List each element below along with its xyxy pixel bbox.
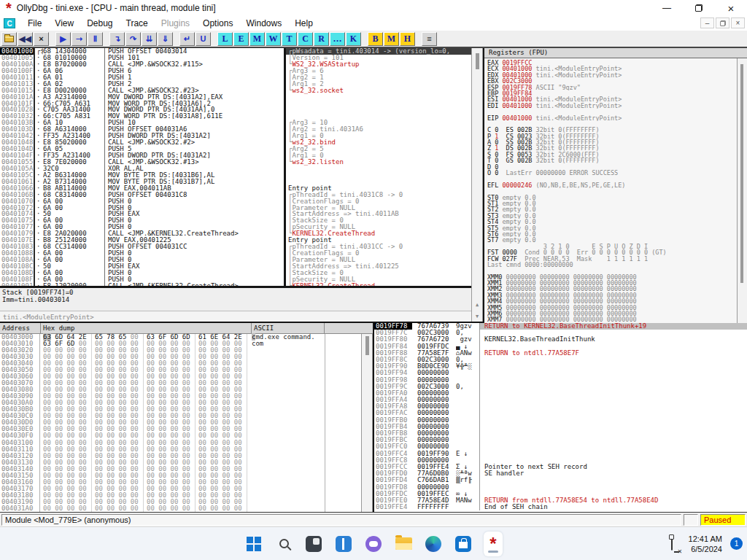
disasm-row[interactable]: 00401042·FF35 A231400PUSH DWORD PTR DS:[… [0, 133, 284, 139]
comment-row[interactable]: │Parameter = NULL [286, 257, 471, 263]
hex-dump-pane[interactable]: Address Hex dump ASCII 0040300063 6D 64 … [0, 323, 373, 512]
search-icon[interactable] [274, 534, 293, 553]
disasm-row[interactable]: 00401028·C705 AA31400MOV DWORD PTR DS:[4… [0, 106, 284, 113]
register-line[interactable]: XMM0 00000000 00000000 00000000 00000000 [487, 274, 747, 280]
disasm-row[interactable]: 00401074·50PUSH EAX [0, 211, 284, 217]
dump-header-address[interactable]: Address [0, 323, 41, 333]
register-line[interactable]: EFL 00000246 (NO,NB,E,BE,NS,PE,GE,LE) [487, 182, 747, 188]
disasm-row[interactable]: 00401005·68 01010000PUSH 101 [0, 55, 284, 61]
disasm-row[interactable]: 0040105A·32C0XOR AL,AL [0, 166, 284, 172]
comment-row[interactable]: │Arg2 = 1 [286, 74, 471, 81]
log-window-button[interactable]: L [217, 32, 233, 46]
disasm-row[interactable]: 0040106B·68 C8314000PUSH OFFSET 004031C8 [0, 192, 284, 198]
register-line[interactable]: EIP 00401000 tini.<ModuleEntryPoint> [487, 115, 747, 121]
disasm-row[interactable]: 00401088·6A 00PUSH 0 [0, 250, 284, 257]
run-trace-window-button[interactable]: … [330, 32, 345, 46]
register-line[interactable]: ST5 empty 0.0 [487, 225, 747, 231]
memory-breakpoints-window-button[interactable]: M [384, 32, 399, 46]
minimize-button[interactable]: — [651, 0, 683, 16]
disasm-row[interactable]: 0040108D·6A 00PUSH 0 [0, 270, 284, 276]
references-window-button[interactable]: R [314, 32, 329, 46]
disassembly-scrollbar[interactable]: ▲ ▼ [471, 48, 483, 323]
scroll-down-icon[interactable]: ▼ [472, 311, 482, 322]
menu-trace[interactable]: Trace [120, 16, 155, 31]
register-line[interactable]: P 1 CS 0023 32bit 0(FFFFFFFF) [487, 133, 747, 139]
comment-row[interactable] [286, 101, 471, 107]
menu-plugins[interactable]: Plugins [155, 16, 196, 31]
register-line[interactable]: XMM2 00000000 00000000 00000000 00000000 [487, 286, 747, 292]
execute-till-user-button[interactable]: U [196, 32, 211, 46]
chat-icon[interactable] [364, 534, 383, 553]
disasm-row[interactable]: 0040105C·A2 B6314000MOV BYTE PTR DS:[403… [0, 172, 284, 179]
disasm-row[interactable]: 00401015·E8 D0020000CALL <JMP.&WSOCK32.#… [0, 88, 284, 94]
threads-window-button[interactable]: T [282, 32, 297, 46]
comment-row[interactable] [286, 179, 471, 185]
register-line[interactable]: XMM7 00000000 00000000 00000000 00000000 [487, 316, 747, 322]
restore-button[interactable] [683, 0, 715, 16]
register-line[interactable]: ST4 empty 0.0 [487, 219, 747, 225]
menu-help[interactable]: Help [288, 16, 320, 31]
register-line[interactable]: C 0 ES 002B 32bit 0(FFFFFFFF) [487, 127, 747, 133]
scroll-up-icon[interactable]: ▲ [472, 299, 482, 310]
register-line[interactable]: ST7 empty 0.0 [487, 237, 747, 243]
comment-row[interactable]: │Parameter = NULL [286, 205, 471, 211]
register-line[interactable]: FST 0000 Cond 0 0 0 0 Err 0 0 0 0 0 0 0 … [487, 249, 747, 255]
disasm-row[interactable]: 00401011·6A 01PUSH 1 [0, 74, 284, 81]
register-line[interactable]: FCW 027F Prec NEAR,53 Mask 1 1 1 1 1 1 [487, 256, 747, 262]
stack-pane[interactable]: 0019FF78767A67399gzvRETURN to KERNEL32.B… [374, 323, 747, 512]
windows-window-button[interactable]: W [266, 32, 281, 46]
register-line[interactable]: O 0 LastErr 00000000 ERROR_SUCCESS [487, 170, 747, 176]
register-line[interactable]: ST2 empty 0.0 [487, 206, 747, 212]
memory-window-button[interactable]: M [249, 32, 265, 46]
comment-row[interactable]: ┌Arg2 = 5 [286, 146, 471, 152]
menu-debug[interactable]: Debug [80, 16, 119, 31]
register-line[interactable]: ESI 00401000 tini.<ModuleEntryPoint> [487, 96, 747, 102]
register-line[interactable]: ST1 empty 0.0 [487, 201, 747, 206]
register-line[interactable] [487, 188, 747, 194]
animate-over-button[interactable]: ⇓ [158, 32, 173, 46]
comment-row[interactable]: └WS2_32.WSAStartup [286, 61, 471, 68]
comment-row[interactable]: │StartAddress => tini.4011AB [286, 211, 471, 217]
comment-row[interactable]: └ws2_32.listen [286, 159, 471, 166]
comment-row[interactable]: │Arg2 = tini.4031A6 [286, 126, 471, 133]
disasm-row[interactable]: 0040103B·6A 10PUSH 10 [0, 120, 284, 126]
comment-pane[interactable]: ┌pWsadata = tini.403014 -> (version_lo=0… [286, 48, 471, 286]
register-line[interactable]: XMM1 00000000 00000000 00000000 00000000 [487, 280, 747, 286]
comment-row[interactable]: │CreationFlags = 0 [286, 250, 471, 257]
comment-row[interactable]: │pSecurity = NULL [286, 276, 471, 283]
clock[interactable]: 12:41 AM 6/5/2024 [689, 534, 722, 554]
call-stack-window-button[interactable]: K [346, 32, 361, 46]
animate-into-button[interactable]: ⇊ [142, 32, 157, 46]
disasm-row[interactable]: 00401000┌$68 14304000PUSH OFFSET 0040301… [0, 48, 284, 55]
start-icon[interactable] [244, 534, 263, 553]
disasm-row[interactable]: 00401077·6A 00PUSH 0 [0, 224, 284, 230]
comment-row[interactable]: Entry point [286, 185, 471, 192]
comment-row[interactable]: │StackSize = 0 [286, 270, 471, 276]
register-line[interactable]: EBX 002C3000 [487, 78, 747, 84]
comment-row[interactable]: └KERNEL32.CreateThread [286, 230, 471, 237]
comment-row[interactable] [286, 113, 471, 120]
menu-file[interactable]: File [21, 16, 48, 31]
register-line[interactable]: ST0 empty 0.0 [487, 195, 747, 201]
disasm-row[interactable]: 0040100F·6A 06PUSH 6 [0, 68, 284, 74]
child-minimize-button[interactable]: – [700, 18, 714, 28]
register-line[interactable] [487, 121, 747, 127]
disasm-row[interactable]: 00401066·B8 AB114000MOV EAX,004011AB [0, 185, 284, 192]
comment-row[interactable] [286, 106, 471, 113]
dump-row[interactable]: 004031A000 00 00 0000 00 00 0000 00 00 0… [0, 505, 373, 512]
cpu-child-icon[interactable]: C [4, 18, 15, 28]
disasm-row[interactable]: 00401055·E8 7E020000CALL <JMP.&WSOCK32.#… [0, 159, 284, 166]
disasm-row[interactable]: 0040108F·6A 00PUSH 0 [0, 276, 284, 283]
cpu-window-button[interactable]: C [298, 32, 313, 46]
restart-button[interactable]: ◀◀ [18, 32, 33, 46]
step-into-button[interactable]: ↴ [109, 32, 125, 46]
edge-icon[interactable] [424, 534, 443, 553]
taskview-icon[interactable] [304, 534, 323, 553]
register-line[interactable] [487, 176, 747, 182]
register-line[interactable]: T 0 GS 002B 32bit 0(FFFFFFFF) [487, 158, 747, 163]
disasm-row[interactable]: 0040104F·FF35 A231400PUSH DWORD PTR DS:[… [0, 152, 284, 159]
open-file-button[interactable] [1, 32, 17, 46]
comment-row[interactable] [286, 172, 471, 179]
notification-badge[interactable]: 1 [730, 537, 743, 550]
register-line[interactable]: EDI 00401000 tini.<ModuleEntryPoint> [487, 103, 747, 109]
